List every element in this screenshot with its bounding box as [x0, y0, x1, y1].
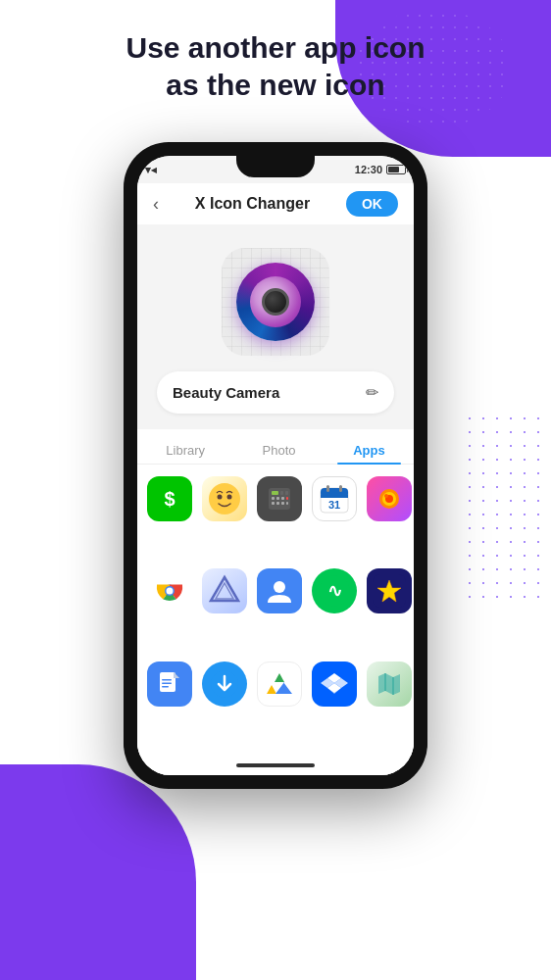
- svg-rect-38: [162, 682, 172, 684]
- phone-screen: ▾◂ 12:30 ‹ X Icon Changer OK: [137, 156, 414, 775]
- tabs-bar: Library Photo Apps: [137, 429, 414, 465]
- status-left: ▾◂: [145, 164, 157, 176]
- list-item[interactable]: $: [147, 476, 192, 559]
- apps-grid: $ 31: [137, 465, 414, 756]
- main-heading: Use another app icon as the new icon: [0, 29, 551, 103]
- svg-rect-13: [281, 502, 284, 505]
- svg-rect-19: [326, 485, 329, 492]
- list-item[interactable]: [367, 662, 412, 744]
- svg-rect-9: [281, 497, 284, 500]
- svg-point-0: [209, 483, 240, 514]
- app-icon-drive[interactable]: [257, 662, 302, 707]
- app-icon-dropbox[interactable]: [312, 662, 357, 707]
- app-icon-superstar[interactable]: [367, 568, 412, 613]
- list-item[interactable]: [312, 662, 357, 744]
- icon-circle-mid: [250, 276, 301, 327]
- status-bar: ▾◂ 12:30: [137, 156, 414, 183]
- app-name-field[interactable]: Beauty Camera ✏: [157, 371, 394, 414]
- icon-circle-inner: [262, 288, 289, 316]
- svg-marker-45: [275, 673, 284, 682]
- home-bar: [137, 756, 414, 775]
- list-item[interactable]: [257, 476, 302, 559]
- svg-point-24: [384, 494, 388, 498]
- app-icon-albert[interactable]: ∿: [312, 568, 357, 613]
- screen-inner: ▾◂ 12:30 ‹ X Icon Changer OK: [137, 156, 414, 775]
- svg-marker-41: [174, 672, 179, 678]
- list-item[interactable]: [367, 568, 412, 651]
- app-icon-calendar[interactable]: 31: [312, 476, 357, 521]
- svg-rect-12: [276, 502, 279, 505]
- list-item[interactable]: [257, 662, 302, 744]
- app-icon-cashapp[interactable]: $: [147, 476, 192, 521]
- phone-frame: ▾◂ 12:30 ‹ X Icon Changer OK: [124, 142, 427, 789]
- tab-apps[interactable]: Apps: [337, 437, 401, 464]
- app-name-text: Beauty Camera: [173, 384, 279, 401]
- app-icon-candy[interactable]: [367, 476, 412, 521]
- list-item[interactable]: [202, 568, 247, 651]
- list-item[interactable]: 31: [312, 476, 357, 559]
- icon-preview-box: [222, 248, 329, 356]
- svg-rect-6: [285, 491, 288, 495]
- svg-point-28: [167, 588, 174, 595]
- svg-rect-8: [276, 497, 279, 500]
- list-item[interactable]: [147, 568, 192, 651]
- bg-decoration-bottom-left: [0, 764, 196, 980]
- list-item[interactable]: [147, 662, 192, 744]
- battery-icon: [386, 165, 406, 174]
- back-button[interactable]: ‹: [153, 194, 159, 215]
- status-right: 12:30: [355, 164, 406, 175]
- battery-fill: [388, 167, 399, 172]
- home-indicator: [236, 763, 315, 767]
- list-item[interactable]: [367, 476, 412, 559]
- list-item[interactable]: [257, 568, 302, 651]
- svg-rect-4: [272, 491, 278, 495]
- list-item[interactable]: [202, 662, 247, 744]
- nav-bar: ‹ X Icon Changer OK: [137, 183, 414, 224]
- svg-rect-39: [162, 686, 169, 688]
- svg-rect-7: [272, 497, 275, 500]
- svg-rect-37: [162, 679, 172, 681]
- app-icon-chrome[interactable]: [147, 568, 192, 613]
- dots-decoration-right: [463, 412, 541, 608]
- svg-point-2: [227, 495, 232, 500]
- icon-preview-area: [137, 224, 414, 371]
- signal-icon: ▾◂: [145, 164, 157, 176]
- icon-circle-outer: [236, 263, 315, 341]
- app-icon-downloader[interactable]: [202, 662, 247, 707]
- svg-rect-11: [272, 502, 275, 505]
- svg-marker-29: [211, 577, 238, 601]
- list-item[interactable]: ∿: [312, 568, 357, 651]
- tab-library[interactable]: Library: [150, 437, 221, 464]
- svg-rect-17: [321, 495, 348, 498]
- heading-text: Use another app icon as the new icon: [39, 29, 512, 103]
- phone-mockup: ▾◂ 12:30 ‹ X Icon Changer OK: [124, 142, 427, 789]
- app-icon-docs[interactable]: [147, 662, 192, 707]
- svg-text:31: 31: [328, 499, 340, 511]
- nav-title: X Icon Changer: [195, 195, 310, 213]
- tab-photo[interactable]: Photo: [247, 437, 312, 464]
- ok-button[interactable]: OK: [346, 191, 398, 217]
- app-icon-contacts[interactable]: [257, 568, 302, 613]
- svg-point-1: [218, 495, 223, 500]
- svg-rect-14: [286, 502, 288, 505]
- svg-rect-20: [339, 485, 342, 492]
- app-icon-geometric[interactable]: [202, 568, 247, 613]
- svg-rect-5: [280, 491, 283, 495]
- svg-marker-47: [276, 682, 292, 694]
- svg-rect-36: [160, 672, 175, 692]
- app-icon-calculator[interactable]: [257, 476, 302, 521]
- list-item[interactable]: [202, 476, 247, 559]
- svg-text:∿: ∿: [327, 581, 342, 601]
- app-icon-bitmoji[interactable]: [202, 476, 247, 521]
- time-display: 12:30: [355, 164, 382, 175]
- edit-icon[interactable]: ✏: [366, 383, 378, 402]
- svg-rect-10: [286, 497, 288, 500]
- svg-marker-46: [267, 685, 276, 694]
- app-icon-maps[interactable]: [367, 662, 412, 707]
- svg-point-31: [274, 581, 285, 593]
